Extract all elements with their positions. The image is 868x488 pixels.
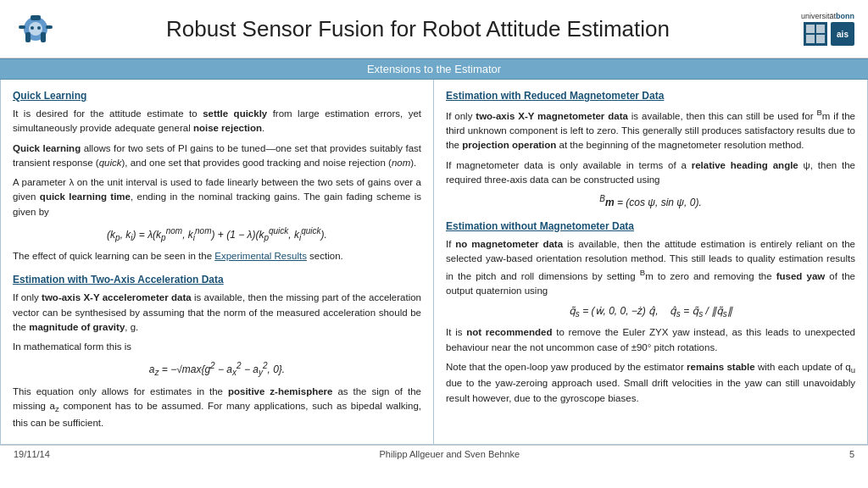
experimental-results-link[interactable]: Experimental Results <box>214 251 307 261</box>
reduced-mag-heading[interactable]: Estimation with Reduced Magnetometer Dat… <box>446 88 855 103</box>
ql-para-4: The effect of quick learning can be seen… <box>13 249 421 263</box>
quick-learning-heading[interactable]: Quick Learning <box>13 88 421 103</box>
ql-para-3: A parameter λ on the unit interval is us… <box>13 175 421 219</box>
two-axis-accel-heading[interactable]: Estimation with Two-Axis Acceleration Da… <box>13 272 421 287</box>
quick-learning-section: Quick Learning It is desired for the att… <box>13 88 421 263</box>
ta-para-3: This equation only allows for estimates … <box>13 385 421 430</box>
ql-para-1: It is desired for the attitude estimate … <box>13 107 421 136</box>
ta-para-2: In mathematical form this is <box>13 340 421 354</box>
university-logo: universitätbonn ais <box>778 7 854 51</box>
svg-point-7 <box>31 26 34 30</box>
rm-para-2: If magnetometer data is only available i… <box>446 158 855 188</box>
footer: 19/11/14 Philipp Allgeuer and Sven Behnk… <box>0 445 868 463</box>
footer-date: 19/11/14 <box>14 449 50 459</box>
no-mag-section: Estimation without Magnetometer Data If … <box>446 219 855 406</box>
svg-rect-13 <box>816 35 825 43</box>
footer-authors: Philipp Allgeuer and Sven Behnke <box>379 449 520 459</box>
robot-logo <box>14 7 58 51</box>
rm-formula: Bm = (cos ψ, sin ψ, 0). <box>446 192 855 210</box>
right-panel: Estimation with Reduced Magnetometer Dat… <box>434 80 867 444</box>
svg-rect-4 <box>41 32 46 42</box>
rm-para-1: If only two-axis X-Y magnetometer data i… <box>446 107 855 153</box>
ql-formula: (kp, ki) = λ(kpnom, kinom) + (1 − λ)(kpq… <box>13 225 421 244</box>
svg-rect-3 <box>25 32 31 42</box>
nm-para-2: It is not recommended to remove the Eule… <box>446 325 855 355</box>
nm-para-3: Note that the open-loop yaw produced by … <box>446 360 855 406</box>
svg-rect-2 <box>31 15 41 20</box>
header: Robust Sensor Fusion for Robot Attitude … <box>0 0 868 58</box>
main-content: Quick Learning It is desired for the att… <box>0 80 868 445</box>
banner: Extensions to the Estimator <box>0 58 868 80</box>
ta-formula: az = −√max{g2 − ax2 − ay2, 0}. <box>13 359 421 379</box>
svg-rect-5 <box>19 25 25 29</box>
ta-para-1: If only two-axis X-Y accelerometer data … <box>13 291 421 335</box>
reduced-mag-section: Estimation with Reduced Magnetometer Dat… <box>446 88 855 210</box>
footer-page: 5 <box>849 449 854 459</box>
page-title: Robust Sensor Fusion for Robot Attitude … <box>58 16 778 42</box>
no-mag-heading[interactable]: Estimation without Magnetometer Data <box>446 219 855 234</box>
svg-rect-12 <box>806 35 815 43</box>
nm-para-1: If no magnetometer data is available, th… <box>446 237 855 298</box>
two-axis-accel-section: Estimation with Two-Axis Acceleration Da… <box>13 272 421 430</box>
svg-rect-11 <box>816 25 825 33</box>
svg-rect-6 <box>46 25 53 29</box>
svg-rect-10 <box>806 25 815 33</box>
left-panel: Quick Learning It is desired for the att… <box>1 80 434 444</box>
ql-para-2: Quick learning allows for two sets of PI… <box>13 141 421 171</box>
banner-text: Extensions to the Estimator <box>367 63 501 75</box>
nm-formula: q̃s = (ẇ, 0, 0, −ż) q̂, q̂s = q̃s / ‖q̃s… <box>446 303 855 320</box>
svg-point-8 <box>37 26 41 30</box>
